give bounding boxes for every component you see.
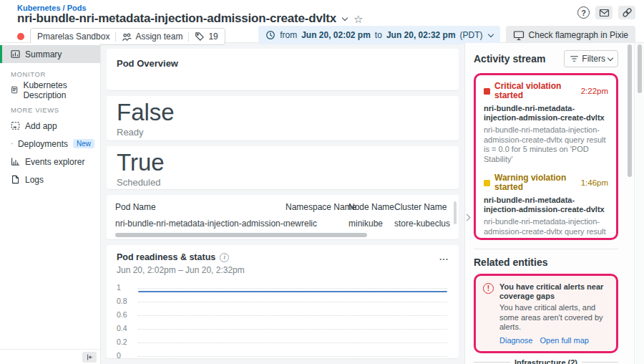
summary-icon xyxy=(11,49,20,59)
page-scrollbar-track xyxy=(634,43,644,364)
sidebar: Summary MONITOR Kubernetes Description M… xyxy=(0,43,101,364)
pod-overview-title: Pod Overview xyxy=(117,58,449,69)
warning-severity-icon xyxy=(484,180,490,186)
app-window: Kubernetes / Pods nri-bundle-nri-metadat… xyxy=(0,0,644,364)
sidebar-item-summary[interactable]: Summary xyxy=(0,45,100,63)
deployments-icon xyxy=(11,139,13,148)
scheduled-label: Scheduled xyxy=(117,177,449,188)
page-scrollbar-thumb[interactable] xyxy=(638,44,642,93)
y-tick: 1 xyxy=(117,283,121,292)
tag-icon xyxy=(195,32,205,42)
logs-icon xyxy=(11,175,20,184)
activity-description: nri-bundle-nri-metadata-injection-admiss… xyxy=(484,125,608,164)
help-icon[interactable]: ? xyxy=(577,6,590,19)
chart-plot-area[interactable]: 1 0.8 0.6 0.4 0.2 0 2:05pm 2:10pm xyxy=(117,281,449,358)
account-button[interactable]: Pmarelas Sandbox xyxy=(37,32,109,42)
coverage-gap-alert-box: ! You have critical alerts near coverage… xyxy=(474,274,618,353)
activity-item-critical-started[interactable]: Critical violation started 2:22pm nri-bu… xyxy=(484,82,608,164)
scheduled-value: True xyxy=(117,150,449,176)
favorite-star-icon[interactable]: ☆ xyxy=(353,14,363,24)
collapse-sidebar-button[interactable] xyxy=(82,352,97,363)
mail-icon xyxy=(599,8,610,18)
open-full-map-link[interactable]: Open full map xyxy=(540,336,588,345)
horizontal-scrollbar[interactable] xyxy=(115,233,367,237)
page-header: Kubernetes / Pods nri-bundle-nri-metadat… xyxy=(0,0,644,43)
filters-button[interactable]: Filters xyxy=(564,50,618,67)
y-tick: 0.6 xyxy=(117,310,127,319)
sidebar-item-kubernetes-description[interactable]: Kubernetes Description xyxy=(0,81,100,99)
people-icon xyxy=(122,32,132,42)
chart-menu-button[interactable]: ... xyxy=(439,252,449,262)
panel-expand-icon[interactable] xyxy=(464,214,470,221)
diagnose-link[interactable]: Diagnose xyxy=(499,336,532,345)
chevron-down-icon xyxy=(608,54,613,60)
assign-team-button[interactable]: Assign team xyxy=(122,32,182,42)
main-content: Pod Overview False Ready True Scheduled … xyxy=(101,43,464,364)
sidebar-section-more-views: MORE VIEWS xyxy=(0,99,100,117)
ready-value: False xyxy=(117,100,449,125)
activity-highlight-box: Critical violation started 2:22pm nri-bu… xyxy=(474,73,618,240)
chevron-down-icon xyxy=(487,31,493,37)
alert-icon: ! xyxy=(483,283,494,294)
panel-scrollbar-thumb[interactable] xyxy=(628,44,632,177)
title-row: nri-bundle-nri-metadata-injection-admiss… xyxy=(17,11,363,26)
header-right-toolbar: from Jun 20, 02:02 pm to Jun 20, 02:32 p… xyxy=(258,26,635,44)
column-header: Pod Name xyxy=(115,201,286,216)
info-icon[interactable]: i xyxy=(220,253,229,262)
global-actions: ? xyxy=(577,6,635,19)
sidebar-footer xyxy=(0,349,100,364)
filter-icon xyxy=(570,54,579,63)
add-app-icon xyxy=(11,121,20,130)
clock-icon xyxy=(265,30,275,40)
sidebar-item-add-app[interactable]: Add app xyxy=(0,117,100,135)
column-header: Node Name xyxy=(348,201,394,216)
pod-name-cell: nri-bundle-nri-metadata-injection-admiss… xyxy=(115,216,286,231)
page-title: nri-bundle-nri-metadata-injection-admiss… xyxy=(17,11,336,26)
activity-stream-title: Activity stream xyxy=(474,53,545,64)
activity-time: 2:22pm xyxy=(581,87,608,96)
link-icon xyxy=(622,7,633,18)
sidebar-item-logs[interactable]: Logs xyxy=(0,171,100,188)
sidebar-section-monitor: MONITOR xyxy=(0,63,100,81)
activity-time: 1:46pm xyxy=(581,178,608,188)
alert-title: You have critical alerts near coverage g… xyxy=(499,282,609,301)
cluster-cell: store-kubecluster xyxy=(394,216,450,231)
table-vertical-scrollbar[interactable] xyxy=(454,201,457,224)
bar-chart-icon xyxy=(11,157,20,166)
pod-overview-card: Pod Overview xyxy=(107,49,459,90)
critical-severity-icon xyxy=(484,88,490,95)
y-tick: 0.4 xyxy=(117,324,127,332)
activity-entity: nri-bundle-nri-metadata-injection-admiss… xyxy=(484,196,608,214)
y-tick: 0.2 xyxy=(117,337,127,346)
activity-description: nri-bundle-nri-metadata-injection-admiss… xyxy=(484,217,608,240)
sidebar-item-events-explorer[interactable]: Events explorer xyxy=(0,153,100,171)
monitor-icon xyxy=(513,30,525,41)
activity-panel: Activity stream Filters Critical violati… xyxy=(464,43,625,364)
activity-item-warning-started[interactable]: Warning violation started 1:46pm nri-bun… xyxy=(484,173,608,240)
title-chevron-down-icon[interactable] xyxy=(342,14,348,20)
time-range-picker[interactable]: from Jun 20, 02:02 pm to Jun 20, 02:32 p… xyxy=(258,26,499,44)
panel-scrollbar-track xyxy=(625,43,634,364)
permalink-button[interactable] xyxy=(618,6,635,19)
flamegraph-button[interactable]: Check flamegraph in Pixie xyxy=(506,26,635,44)
scheduled-billboard: True Scheduled xyxy=(107,146,459,189)
chart-title: Pod readiness & status xyxy=(117,252,215,262)
tags-button[interactable]: 19 xyxy=(195,32,218,42)
y-tick: 0.8 xyxy=(117,297,127,305)
column-header: Cluster Name xyxy=(394,201,450,216)
infrastructure-header: Infrastructure (2) xyxy=(474,358,618,364)
y-tick: 0 xyxy=(117,351,121,358)
column-header: Namespace Name xyxy=(286,201,348,216)
namespace-cell: newrelic xyxy=(286,216,348,231)
panel-divider xyxy=(474,249,618,249)
document-icon xyxy=(11,85,18,95)
activity-entity: nri-bundle-nri-metadata-injection-admiss… xyxy=(484,104,608,123)
table-header-row: Pod Name Namespace Name Node Name Cluste… xyxy=(115,201,450,216)
health-status-icon xyxy=(17,33,24,40)
alert-description: You have critical alerts, and some areas… xyxy=(499,303,609,332)
sidebar-item-deployments[interactable]: Deployments New xyxy=(0,135,100,153)
feedback-button[interactable] xyxy=(595,6,613,19)
table-row[interactable]: nri-bundle-nri-metadata-injection-admiss… xyxy=(115,216,450,231)
new-badge: New xyxy=(73,139,94,148)
chart-subtitle: Jun 20, 2:02pm – Jun 20, 2:32pm xyxy=(117,265,449,275)
